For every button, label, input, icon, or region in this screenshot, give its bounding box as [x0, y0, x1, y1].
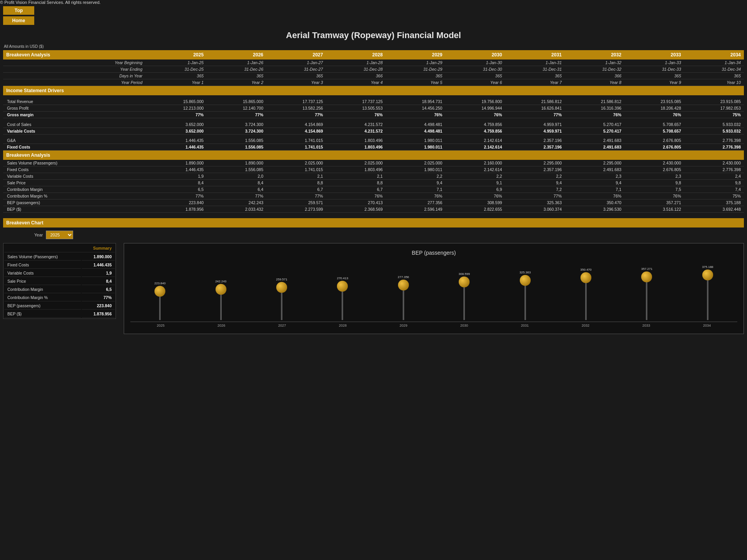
sale-price-row: Sale Price 8,4 8,4 8,8 8,8 9,4 9,1 9,4 9… [3, 180, 744, 186]
chart-section: Breakeven Chart Year 2025 2026 2027 2028… [0, 215, 747, 337]
bep-bar-dot [702, 270, 713, 280]
bep-year-label: 2027 [252, 324, 312, 327]
breakeven2-header-row: Breakeven Analysis [3, 150, 744, 160]
bep-year-label: 2034 [677, 324, 737, 327]
bep-bar-dot [398, 280, 409, 290]
legend-bep-dollar: BEP ($) 1.878.956 [4, 310, 115, 318]
bep-bar-col: 259.571 [252, 278, 311, 320]
bep-bar-value: 308.599 [459, 272, 470, 276]
gross-margin-row: Gross margin 77% 77% 77% 76% 76% 76% 77%… [3, 112, 744, 118]
legend-sale-price: Sale Price 8,4 [4, 278, 115, 285]
top-bar: © Profit Vision Financial Services. All … [0, 0, 747, 5]
bep-year-label: 2028 [312, 324, 373, 327]
bep-bar-col: 375.188 [678, 265, 737, 320]
bep-year-label: 2033 [616, 324, 677, 327]
legend-contribution-margin-pct: Contribution Margin % 77% [4, 294, 115, 301]
chart-header-label: Breakeven Chart [3, 218, 744, 228]
bep-year-label: 2029 [373, 324, 434, 327]
variable-costs-row: Variable Costs 3.652.000 3.724.300 4.154… [3, 128, 744, 134]
bep-year-label: 2032 [555, 324, 616, 327]
bep-bar-stem [220, 295, 222, 320]
bep-bar-col: 277.356 [374, 275, 433, 320]
bep-bars-area: 223.840242.243259.571270.413277.356308.5… [130, 260, 737, 322]
year-selector[interactable]: 2025 2026 2027 2028 2029 2030 2031 2032 … [46, 231, 73, 239]
contribution-margin-row: Contribution Margin 6,5 6,4 6,7 6,7 7,1 … [3, 186, 744, 193]
chart-legend-table: Summary Sales Volume (Passengers) 1.890.… [3, 243, 116, 319]
bep-bar-dot [641, 271, 652, 282]
bep-year-label: 2030 [434, 324, 494, 327]
legend-fixed-costs: Fixed Costs 1.446.435 [4, 261, 115, 269]
legend-header-row: Summary [4, 244, 115, 252]
bep-bar-stem [159, 297, 161, 320]
year-beginning-label: Year Beginning [3, 60, 147, 66]
gross-profit-row: Gross Profit 12.213.000 12.140.700 13.58… [3, 105, 744, 112]
bep-bar-stem [646, 282, 647, 320]
bep-bar-col: 223.840 [130, 282, 189, 320]
year-col-2025: 2025 [147, 50, 207, 60]
bep-bar-col: 325.363 [495, 271, 554, 320]
chart-controls: Year 2025 2026 2027 2028 2029 2030 2031 … [3, 231, 744, 239]
bep-chart-box: BEP (passengers) 223.840242.243259.57127… [124, 243, 744, 334]
bep-bar-dot [580, 272, 591, 283]
year-period-row: Year Period Year 1 Year 2 Year 3 Year 4 … [3, 79, 744, 86]
breakeven-header-row: Breakeven Analysis 2025 2026 2027 2028 2… [3, 50, 744, 60]
sales-volume-row: Sales Volume (Passengers) 1.890.000 1.89… [3, 160, 744, 166]
bep-bar-stem [585, 283, 587, 320]
bep-bar-col: 308.599 [435, 272, 494, 320]
days-in-year-row: Days in Year 365 365 365 366 365 365 365… [3, 73, 744, 79]
income-header-row: Income Statement Drivers [3, 86, 744, 96]
year-ending-row: Year Ending 31-Dec-25 31-Dec-26 31-Dec-2… [3, 66, 744, 73]
bep-bar-stem [524, 286, 526, 320]
bep-year-labels: 2025202620272028202920302031203220332034 [130, 324, 737, 327]
bep-bar-value: 259.571 [276, 278, 288, 281]
bep-bar-dot [216, 284, 226, 295]
bep-bar-value: 270.413 [337, 276, 348, 280]
bep-bar-value: 223.840 [154, 282, 166, 285]
legend-bep-passengers: BEP (passengers) 223.840 [4, 302, 115, 310]
legend-contribution-margin: Contribution Margin 6,5 [4, 286, 115, 293]
bep-passengers-row: BEP (passengers) 223.840 242.243 259.571… [3, 200, 744, 206]
bep-year-label: 2025 [130, 324, 191, 327]
year-beginning-row: Year Beginning 1-Jan-25 1-Jan-26 1-Jan-2… [3, 60, 744, 66]
bep-bar-value: 357.271 [641, 267, 652, 271]
bep-bar-col: 270.413 [313, 276, 372, 320]
page-title: Aerial Tramway (Ropeway) Financial Model [0, 26, 747, 43]
bep-year-label: 2031 [494, 324, 555, 327]
top-button[interactable]: Top [3, 6, 34, 15]
contribution-margin-pct-row: Contribution Margin % 77% 77% 77% 76% 76… [3, 193, 744, 200]
bep-bar-dot [154, 286, 165, 297]
bep-bar-col: 350.470 [556, 268, 615, 320]
bep-bar-stem [463, 287, 465, 320]
bep-bar-stem [707, 280, 708, 320]
bep-bar-value: 325.363 [519, 271, 531, 274]
nav-buttons: Top Home [0, 5, 747, 26]
bep-year-label: 2026 [191, 324, 252, 327]
year-control-label: Year [34, 233, 43, 237]
bep-dollar-row: BEP ($) 1.878.956 2.033.432 2.273.599 2.… [3, 206, 744, 213]
cost-of-sales-row: Cost of Sales 3.652.000 3.724.300 4.154.… [3, 121, 744, 128]
chart-layout: Summary Sales Volume (Passengers) 1.890.… [3, 243, 744, 334]
breakeven-header-label: Breakeven Analysis [3, 50, 147, 60]
bep-bar-dot [520, 275, 531, 286]
bep-bar-dot [276, 282, 287, 293]
bep-bar-value: 350.470 [580, 268, 592, 271]
bep-bar-value: 242.243 [215, 280, 226, 283]
company-label: © Profit Vision Financial Services. All … [0, 0, 101, 5]
breakeven2-header-label: Breakeven Analysis [3, 150, 744, 160]
income-header-label: Income Statement Drivers [3, 86, 744, 96]
bep-bar-col: 242.243 [191, 280, 250, 320]
main-table: Breakeven Analysis 2025 2026 2027 2028 2… [3, 50, 744, 213]
bep-bar-col: 357.271 [617, 267, 676, 320]
bep-bar-value: 375.188 [702, 265, 713, 269]
bep-bar-dot [337, 281, 348, 292]
fixed-costs-income-row: Fixed Costs 1.446.435 1.556.085 1.741.01… [3, 144, 744, 150]
home-button[interactable]: Home [3, 16, 34, 25]
ga-row: G&A 1.446.435 1.556.085 1.741.015 1.803.… [3, 137, 744, 144]
fixed-costs-bep-row: Fixed Costs 1.446.435 1.556.085 1.741.01… [3, 166, 744, 173]
bep-bar-stem [403, 290, 404, 320]
bep-bar-stem [281, 293, 282, 320]
legend-variable-costs: Variable Costs 1,9 [4, 270, 115, 277]
total-revenue-row: Total Revenue 15.865.000 15.865.000 17.7… [3, 98, 744, 105]
bep-chart-title: BEP (passengers) [130, 250, 737, 256]
legend-sales-volume: Sales Volume (Passengers) 1.890.000 [4, 253, 115, 261]
